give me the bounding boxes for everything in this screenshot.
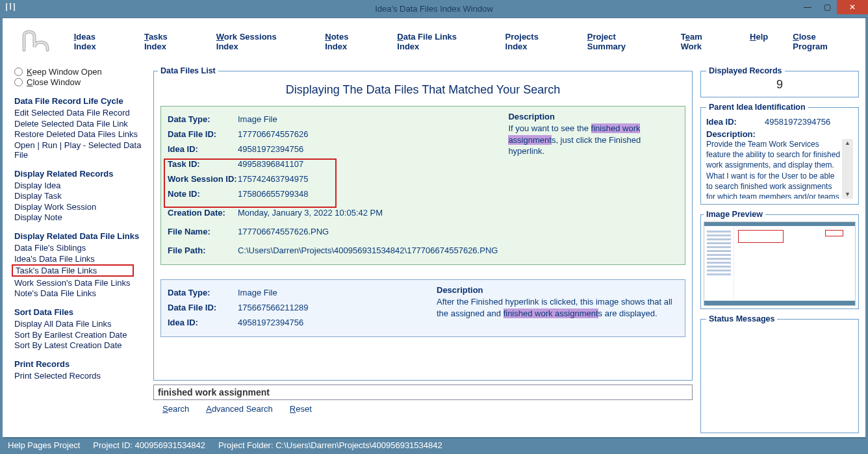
close-button[interactable]: ✕ xyxy=(837,0,868,14)
displayed-records-box: Displayed Records 9 xyxy=(700,66,859,97)
link-sort-earliest[interactable]: Sort By Earilest Creation Date xyxy=(14,330,148,340)
link-display-all[interactable]: Display All Data File Links xyxy=(14,319,148,329)
link-restore-links[interactable]: Restore Deleted Data Files Links xyxy=(14,129,148,139)
highlight-tasks-links: Task's Data File Links xyxy=(12,264,134,277)
status-project-folder: Project Folder: C:\Users\Darren\Projects… xyxy=(218,440,442,450)
link-notes-links[interactable]: Note's Data File Links xyxy=(14,288,148,298)
link-display-idea[interactable]: Display Idea xyxy=(14,181,148,190)
parent-idea-box: Parent Idea Identification Idea ID:49581… xyxy=(700,103,859,205)
menu-help[interactable]: Help xyxy=(750,32,768,51)
menu-team-work[interactable]: Team Work xyxy=(681,32,725,51)
description-header: Description xyxy=(508,112,678,121)
parent-idea-description: Provide the Team Work Services feature t… xyxy=(706,139,842,199)
app-icon xyxy=(5,3,16,14)
menu-ideas-index[interactable]: Ideas Index xyxy=(74,32,120,51)
top-nav: Ideas Index Tasks Index Work Sessions In… xyxy=(3,18,865,65)
card-fields: Data Type:Image File Data File ID:177706… xyxy=(168,112,498,258)
list-scroll-area[interactable]: Data Type:Image File Data File ID:177706… xyxy=(158,105,688,380)
minimize-button[interactable]: — xyxy=(798,0,817,14)
link-display-task[interactable]: Display Task xyxy=(14,191,148,201)
menu-tasks-index[interactable]: Tasks Index xyxy=(144,32,192,51)
section-print-header: Print Records xyxy=(14,359,148,369)
menu-notes-index[interactable]: Notes Index xyxy=(325,32,372,51)
close-window-radio[interactable]: Close Window xyxy=(14,77,148,87)
menu-work-sessions-index[interactable]: Work Sessions Index xyxy=(216,32,300,51)
maximize-button[interactable]: ▢ xyxy=(817,0,837,14)
description-text: If you want to see the finished work ass… xyxy=(508,123,678,157)
description-scrollbar[interactable]: ▲ ▼ xyxy=(842,139,853,199)
link-sort-latest[interactable]: Sort By Latest Creation Date xyxy=(14,340,148,350)
link-tasks-links[interactable]: Task's Data File Links xyxy=(16,266,130,275)
link-ideas-links[interactable]: Idea's Data File Links xyxy=(14,254,148,264)
data-files-list-fieldset: Data Files List Displaying The Data File… xyxy=(153,66,693,381)
list-title: Displaying The Data Files That Matched Y… xyxy=(158,83,688,97)
section-related-links-header: Display Related Data File Links xyxy=(14,231,148,241)
link-display-note[interactable]: Display Note xyxy=(14,212,148,222)
status-help-project[interactable]: Help Pages Project xyxy=(8,440,80,450)
description-text: After the Finished hyperlink is clicked,… xyxy=(437,296,678,319)
data-file-card[interactable]: Data Type:Image File Data File ID:177706… xyxy=(160,106,685,265)
card-fields: Data Type:Image File Data File ID:175667… xyxy=(168,285,426,330)
link-display-work-session[interactable]: Display Work Session xyxy=(14,202,148,212)
section-sort-header: Sort Data Files xyxy=(14,307,148,317)
section-related-records-header: Display Related Records xyxy=(14,169,148,179)
link-delete-link[interactable]: Delete Selected Data File Link xyxy=(14,119,148,129)
image-preview-box: Image Preview xyxy=(700,210,859,309)
link-siblings[interactable]: Data File's Siblings xyxy=(14,243,148,253)
scroll-up-icon[interactable]: ▲ xyxy=(843,139,852,147)
data-files-list-legend: Data Files List xyxy=(158,66,218,75)
menu-projects-index[interactable]: Projects Index xyxy=(505,32,563,51)
search-button[interactable]: Search xyxy=(162,404,189,414)
image-preview[interactable] xyxy=(704,221,856,306)
link-print-selected[interactable]: Print Selected Records xyxy=(14,371,148,381)
description-header: Description xyxy=(437,285,678,295)
titlebar: Idea's Data Files Index Window — ▢ ✕ xyxy=(0,0,868,18)
app-logo xyxy=(16,29,55,55)
status-bar: Help Pages Project Project ID: 400956931… xyxy=(3,437,865,451)
displayed-records-count: 9 xyxy=(706,78,853,92)
status-messages-box: Status Messages xyxy=(700,314,859,433)
window-title: Idea's Data Files Index Window xyxy=(375,4,493,14)
reset-button[interactable]: Reset xyxy=(290,404,312,414)
status-project-id: Project ID: 400956931534842 xyxy=(93,440,205,450)
link-ws-links[interactable]: Work Session's Data File Links xyxy=(14,278,148,288)
link-edit-record[interactable]: Edit Selected Data File Record xyxy=(14,108,148,118)
keep-window-open-radio[interactable]: Keep Window Open xyxy=(14,67,148,77)
menu-data-file-links-index[interactable]: Data File Links Index xyxy=(397,32,480,51)
parent-idea-id: 49581972394756 xyxy=(765,117,830,127)
search-input[interactable] xyxy=(153,385,693,400)
menu-project-summary[interactable]: Project Summary xyxy=(587,32,656,51)
left-panel: Keep Window Open Close Window Data File … xyxy=(3,65,152,437)
advanced-search-button[interactable]: Advanced Search xyxy=(206,404,273,414)
menu-close-program[interactable]: Close Program xyxy=(793,32,852,51)
link-open-run-play[interactable]: Open | Run | Play - Selected Data File xyxy=(14,140,148,160)
data-file-card[interactable]: Data Type:Image File Data File ID:175667… xyxy=(160,279,685,337)
scroll-down-icon[interactable]: ▼ xyxy=(843,190,852,199)
section-lifecycle-header: Data File Record Life Cycle xyxy=(14,96,148,106)
